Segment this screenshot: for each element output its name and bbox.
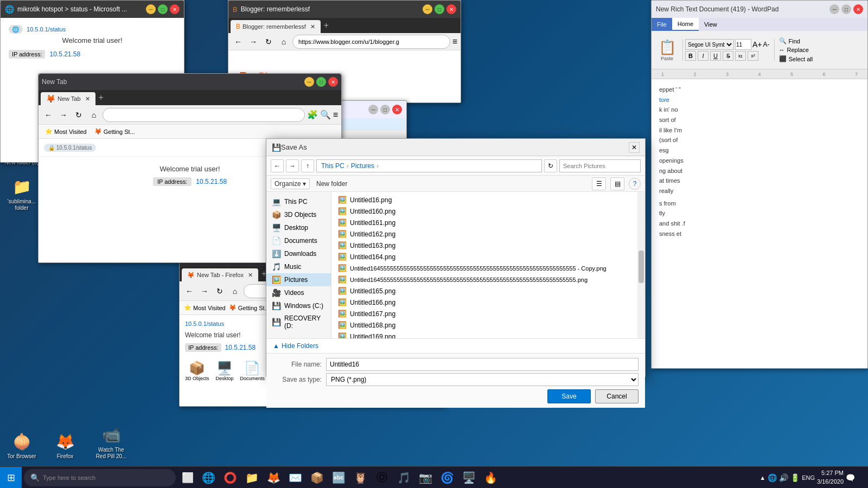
wordpad-maximize-btn[interactable]: □ [841, 4, 851, 14]
wordpad-fontsize-input[interactable] [735, 39, 751, 50]
file-item-10[interactable]: 🖼️ Untitled167.png [331, 308, 645, 319]
firefox-new-tab-btn[interactable]: + [95, 93, 107, 102]
firefox2-forward-btn[interactable]: → [198, 285, 211, 298]
new-folder-btn[interactable]: New folder [314, 179, 349, 189]
firefox-maximize-btn[interactable]: □ [316, 77, 326, 87]
taskbar-cortana-icon[interactable]: ⭕ [219, 467, 241, 489]
firefox-extensions-btn[interactable]: 🧩 [307, 110, 318, 120]
wordpad-font-select[interactable]: Segoe UI Symbol [685, 39, 734, 50]
desktop-icon-subliminal[interactable]: 📁 'sublimina... folder [2, 174, 41, 214]
file-item-8[interactable]: 🖼️ Untitled165.png [331, 285, 645, 297]
blogger-back-btn[interactable]: ← [232, 35, 245, 48]
firefox-main-tab[interactable]: 🦊 New Tab ✕ [41, 92, 95, 105]
taskbar-edge-icon[interactable]: 🌐 [197, 467, 219, 489]
taskbar-camera-icon[interactable]: 📷 [414, 467, 436, 489]
dialog-refresh-btn[interactable]: ↻ [544, 159, 557, 172]
firefox-back-btn[interactable]: ← [42, 108, 55, 121]
file-item-3[interactable]: 🖼️ Untitled162.png [331, 228, 645, 240]
sidebar-desktop[interactable]: 🖥️ Desktop [266, 221, 331, 234]
superscript-btn[interactable]: x² [748, 51, 758, 61]
wordpad-view-tab[interactable]: View [699, 18, 723, 31]
firefox-search-icon[interactable]: 🔍 [320, 110, 331, 120]
cancel-btn[interactable]: Cancel [595, 389, 639, 403]
file-item-2[interactable]: 🖼️ Untitled161.png [331, 217, 645, 228]
firefox-reload-btn[interactable]: ↻ [72, 108, 85, 121]
firefox2-bookmark-2[interactable]: 🦊 Getting St... [229, 304, 270, 311]
italic-btn[interactable]: I [698, 51, 709, 61]
sidebar-pictures[interactable]: 🖼️ Pictures [266, 273, 331, 286]
select-all-btn[interactable]: ⬛ Select all [779, 55, 813, 62]
view-details-btn[interactable]: ▤ [610, 177, 624, 190]
underline-btn[interactable]: U [710, 51, 721, 61]
strikethrough-btn[interactable]: S̶ [723, 51, 733, 61]
filename-input[interactable] [326, 358, 639, 371]
dialog-back-btn[interactable]: ← [271, 159, 284, 172]
blogger-url-bar[interactable] [292, 35, 450, 49]
paint-minimize-btn[interactable]: ─ [368, 105, 378, 114]
new-tab-btn[interactable]: + [321, 21, 332, 30]
taskbar-firefox2-icon[interactable]: 🔥 [480, 467, 501, 489]
find-btn[interactable]: 🔍 Find [779, 37, 813, 44]
dialog-search-input[interactable] [559, 159, 641, 172]
firefox2-bookmark-1[interactable]: ⭐ Most Visited [184, 304, 226, 311]
firefox-url-bar[interactable] [103, 108, 305, 122]
mikrotik-close-btn[interactable]: ✕ [170, 4, 180, 14]
blogger-menu-btn[interactable]: ≡ [452, 37, 457, 47]
taskbar-mail-icon[interactable]: ✉️ [284, 467, 306, 489]
firefox2-tab-close[interactable]: ✕ [248, 272, 253, 279]
file-item-12[interactable]: 🖼️ Untitled169.png [331, 331, 645, 338]
taskbar-opera-icon[interactable]: Ⓞ [371, 467, 393, 489]
sidebar-documents[interactable]: 📄 Documents [266, 234, 331, 247]
firefox2-home-btn[interactable]: ⌂ [228, 285, 241, 298]
wordpad-home-tab[interactable]: Home [672, 18, 699, 31]
dialog-forward-btn[interactable]: → [286, 159, 299, 172]
desktop-peek-btn[interactable] [857, 467, 864, 489]
replace-btn[interactable]: ↔️ Replace [779, 47, 813, 53]
increase-font-btn[interactable]: A+ [752, 40, 762, 49]
firefox-menu-btn[interactable]: ≡ [333, 110, 338, 120]
sidebar-windows-c[interactable]: 💾 Windows (C:) [266, 299, 331, 312]
paint-maximize-btn[interactable]: □ [380, 105, 390, 114]
hide-folders-row[interactable]: ▲ Hide Folders [266, 338, 645, 353]
taskbar-monitor-icon[interactable]: 🖥️ [458, 467, 480, 489]
firefox2-reload-btn[interactable]: ↻ [213, 285, 226, 298]
task-view-btn[interactable]: ⬜ [178, 467, 197, 489]
start-button[interactable]: ⊞ [0, 467, 22, 489]
blogger-tab-close[interactable]: ✕ [310, 23, 315, 30]
file-item-4[interactable]: 🖼️ Untitled163.png [331, 240, 645, 251]
wordpad-minimize-btn[interactable]: ─ [829, 4, 839, 14]
blogger-home-btn[interactable]: ⌂ [277, 35, 290, 48]
desktop-icon-watchred[interactable]: 📹 Watch The Red Pill 20... [92, 422, 131, 462]
taskbar-text-icon[interactable]: 🔤 [328, 467, 349, 489]
action-center-icon[interactable]: 🗨️ [846, 473, 855, 482]
dialog-up-btn[interactable]: ↑ [301, 159, 314, 172]
wordpad-file-tab[interactable]: File [652, 18, 672, 31]
taskbar-gamepad-icon[interactable]: 🌀 [436, 467, 458, 489]
firefox-main-tab-close[interactable]: ✕ [85, 95, 90, 102]
firefox-minimize-btn[interactable]: ─ [304, 77, 314, 87]
savetype-dropdown[interactable]: PNG (*.png) [326, 373, 639, 386]
mikrotik-minimize-btn[interactable]: ─ [146, 4, 156, 14]
desktop-icon-torbrowser[interactable]: 🧅 Tor Browser [2, 428, 41, 462]
taskbar-search-placeholder[interactable]: Type here to search [43, 474, 95, 481]
firefox-close-btn[interactable]: ✕ [328, 77, 338, 87]
breadcrumb-pictures[interactable]: Pictures [351, 162, 374, 170]
file-item-0[interactable]: 🖼️ Untitled16.png [331, 194, 645, 206]
taskbar-explorer-icon[interactable]: 📁 [241, 467, 263, 489]
blogger-tab[interactable]: B Blogger: rememberlessf ✕ [231, 20, 321, 33]
blogger-reload-btn[interactable]: ↻ [262, 35, 275, 48]
blogger-close-btn[interactable]: ✕ [446, 4, 456, 14]
taskbar-tripadvisor-icon[interactable]: 🦉 [349, 467, 371, 489]
taskbar-firefox-icon[interactable]: 🦊 [263, 467, 284, 489]
paint-close-btn[interactable]: ✕ [392, 105, 402, 114]
firefox-bookmark-1[interactable]: ⭐ Most Visited [43, 127, 89, 136]
firefox-home-btn[interactable]: ⌂ [87, 108, 100, 121]
view-list-btn[interactable]: ☰ [592, 177, 606, 190]
blogger-maximize-btn[interactable]: □ [435, 4, 444, 14]
blogger-forward-btn[interactable]: → [247, 35, 260, 48]
sidebar-thispc[interactable]: 💻 This PC [266, 195, 331, 208]
file-item-11[interactable]: 🖼️ Untitled168.png [331, 319, 645, 331]
folder-desktop[interactable]: 🖥️ Desktop [216, 361, 234, 381]
subscript-btn[interactable]: x₂ [735, 51, 746, 61]
blogger-minimize-btn[interactable]: ─ [423, 4, 432, 14]
